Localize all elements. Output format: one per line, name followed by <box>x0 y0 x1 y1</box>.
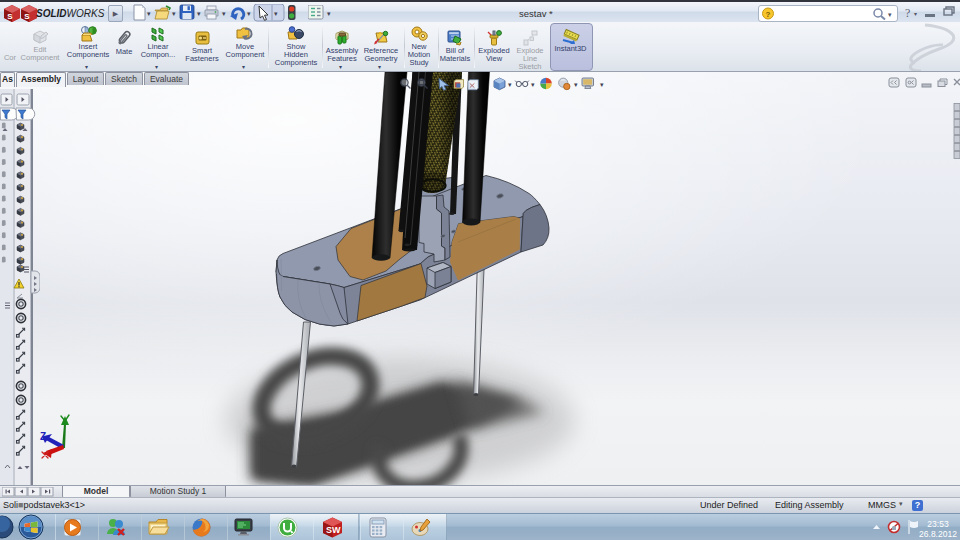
svg-text:▾: ▾ <box>888 11 892 18</box>
svg-text:SW: SW <box>326 525 341 535</box>
svg-text:▾: ▾ <box>327 10 331 17</box>
svg-text:▾: ▾ <box>197 10 201 17</box>
svg-text:▾: ▾ <box>274 10 278 17</box>
svg-text:S: S <box>24 12 30 21</box>
svg-text:?: ? <box>766 10 771 19</box>
svg-text:▾: ▾ <box>147 10 151 17</box>
svg-text:▾: ▾ <box>574 81 578 88</box>
svg-text:23:53: 23:53 <box>927 519 949 529</box>
svg-text:▾: ▾ <box>508 81 512 88</box>
svg-text:▾: ▾ <box>914 11 917 17</box>
svg-text:▾: ▾ <box>222 10 226 17</box>
svg-text:S: S <box>7 12 13 21</box>
svg-text:▾: ▾ <box>600 81 604 88</box>
svg-text:▾: ▾ <box>531 81 535 88</box>
svg-text:▾: ▾ <box>247 10 251 17</box>
svg-text:?: ? <box>905 6 910 20</box>
svg-text:26.8.2012: 26.8.2012 <box>919 529 957 539</box>
svg-text:▾: ▾ <box>172 10 176 17</box>
